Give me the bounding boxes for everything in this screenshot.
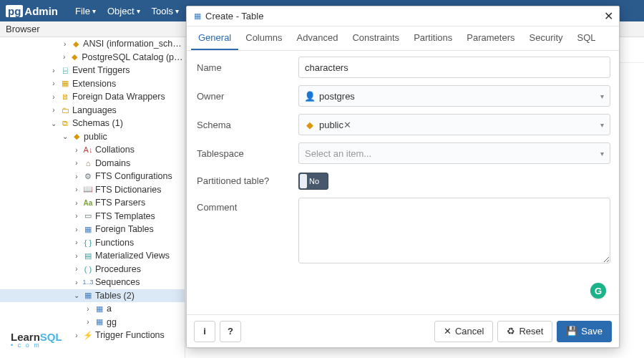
tree-node-ftsconf[interactable]: ›⚙FTS Configurations [0,170,185,183]
dialog-title: Create - Table [205,11,263,21]
chevron-down-icon: ▾ [92,7,96,15]
schema-value: public [319,120,343,130]
menu-file[interactable]: File▾ [69,0,102,21]
tree-node-sequences[interactable]: ›1..3Sequences [0,276,185,289]
procedures-icon: ( ) [83,264,93,274]
tables-icon: ▦ [83,291,93,301]
domains-icon: ⌂ [83,158,93,168]
tree-node-schemas[interactable]: ⌄⧉Schemas (1) [0,117,185,130]
clear-icon[interactable]: ✕ [343,120,351,130]
label-tablespace: Tablespace [191,144,298,163]
schemas-icon: ⧉ [60,118,70,128]
tree-node-domains[interactable]: ›⌂Domains [0,157,185,170]
tab-parameters[interactable]: Parameters [459,26,522,50]
save-button[interactable]: 💾Save [557,321,612,342]
chevron-down-icon: ▾ [600,92,604,100]
tree-node-matviews[interactable]: ›▤Materialized Views [0,249,185,263]
reset-button[interactable]: ♻Reset [497,321,552,342]
tree-node-ftsdict[interactable]: ›📖FTS Dictionaries [0,183,185,197]
matviews-icon: ▤ [83,251,93,261]
browser-label: Browser [6,24,40,34]
tree-node-ftspar[interactable]: ›AaFTS Parsers [0,196,185,210]
tablespace-select[interactable]: Select an item... ▾ [298,142,610,164]
help-button[interactable]: ? [220,321,241,342]
logo-pg-badge: pg [6,5,23,17]
event-triggers-icon: ⌸ [60,65,70,75]
tree-node-collations[interactable]: ›A↓Collations [0,143,185,157]
toggle-knob [300,174,307,188]
tree-node-ansi[interactable]: ›◆ANSI (information_schema) [0,37,185,51]
grammarly-badge[interactable]: G [590,283,606,299]
tree-node-event-triggers[interactable]: ›⌸Event Triggers [0,64,185,77]
tree-node-table-gg[interactable]: ›▦gg [0,316,185,329]
dialog-titlebar[interactable]: ▦ Create - Table ✕ [187,6,619,26]
tree-node-ftstpl[interactable]: ›▭FTS Templates [0,210,185,223]
fts-config-icon: ⚙ [83,171,93,181]
tab-sql[interactable]: SQL [570,26,603,50]
fts-template-icon: ▭ [83,211,93,221]
tree-node-pgcatalog[interactable]: ›◆PostgreSQL Catalog (pg_catalog) [0,51,185,64]
name-input[interactable] [298,57,610,78]
tree-node-functions[interactable]: ›{ }Functions [0,236,185,250]
tab-constraints[interactable]: Constraints [345,26,406,50]
app-logo: pg Admin [6,5,58,17]
functions-icon: { } [83,238,93,248]
trigger-functions-icon: ⚡ [83,330,93,340]
recycle-icon: ♻ [507,326,515,337]
create-table-dialog: ▦ Create - Table ✕ General Columns Advan… [186,6,620,348]
tablespace-placeholder: Select an item... [305,148,371,159]
cancel-button[interactable]: ✕Cancel [434,321,493,342]
dialog-tabs: General Columns Advanced Constraints Par… [187,26,619,51]
tab-columns[interactable]: Columns [238,26,289,50]
table-icon: ▦ [94,317,104,327]
label-partitioned: Partitioned table? [191,171,298,190]
menu-tools[interactable]: Tools▾ [146,0,185,21]
chevron-down-icon: ▾ [137,7,140,15]
table-icon: ▦ [192,11,203,21]
tab-partitions[interactable]: Partitions [406,26,459,50]
fts-dict-icon: 📖 [83,185,93,195]
tree-node-public[interactable]: ⌄◆public [0,130,185,144]
user-icon: 👤 [305,91,315,102]
menu-object[interactable]: Object▾ [102,0,146,21]
label-schema: Schema [191,115,298,135]
table-icon: ▦ [94,304,104,314]
label-comment: Comment [191,198,298,217]
object-tree: ›◆ANSI (information_schema) ›◆PostgreSQL… [0,37,185,358]
dialog-footer: i ? ✕Cancel ♻Reset 💾Save [187,314,619,347]
tree-node-table-a[interactable]: ›▦a [0,302,185,316]
save-icon: 💾 [566,326,577,337]
label-owner: Owner [191,87,298,106]
schema-select[interactable]: ◆ public ✕ ▾ [298,114,610,135]
info-button[interactable]: i [194,321,215,342]
tree-node-extensions[interactable]: ›▦Extensions [0,77,185,91]
tab-advanced[interactable]: Advanced [290,26,346,50]
languages-icon: 🗀 [60,105,70,115]
label-name: Name [191,58,298,77]
tab-security[interactable]: Security [522,26,570,50]
tree-node-languages[interactable]: ›🗀Languages [0,104,185,117]
dialog-form: Name Owner 👤 postgres ▾ Schema ◆ public … [187,51,619,314]
tree-node-fdw[interactable]: ›🗎Foreign Data Wrappers [0,90,185,104]
learnsql-watermark: LearnSQL • c o m [9,331,64,349]
foreign-tables-icon: ▦ [83,224,93,234]
logo-admin-text: Admin [24,5,58,17]
fts-parser-icon: Aa [83,198,93,208]
comment-textarea[interactable] [298,198,610,263]
schema-icon: ◆ [305,120,315,130]
collations-icon: A↓ [83,145,93,155]
toggle-label: No [309,177,319,185]
owner-value: postgres [319,91,355,102]
partitioned-toggle[interactable]: No [298,173,328,190]
wrapper-icon: 🗎 [60,92,70,102]
owner-select[interactable]: 👤 postgres ▾ [298,85,610,107]
tab-general[interactable]: General [191,26,238,50]
tree-node-foreigntables[interactable]: ›▦Foreign Tables [0,223,185,236]
sequences-icon: 1..3 [83,277,93,287]
tree-node-tables[interactable]: ⌄▦Tables (2) [0,289,185,303]
close-icon[interactable]: ✕ [604,9,613,23]
tree-node-procedures[interactable]: ›( )Procedures [0,263,185,276]
chevron-down-icon: ▾ [600,121,604,129]
close-icon: ✕ [444,326,452,337]
extensions-icon: ▦ [60,79,70,89]
